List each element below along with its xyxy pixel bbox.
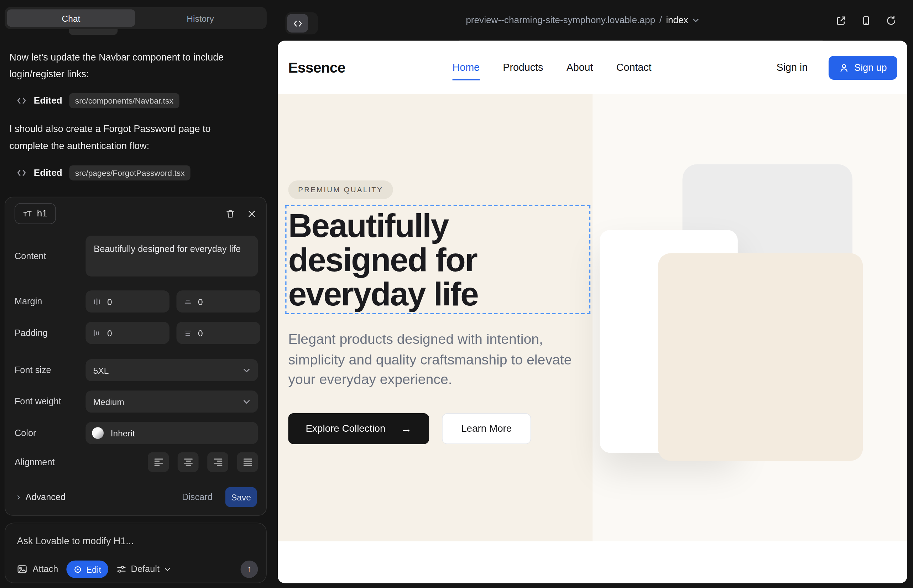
align-justify-button[interactable] <box>237 452 258 472</box>
align-left-button[interactable] <box>148 452 169 472</box>
site-logo[interactable]: Essence <box>288 40 345 94</box>
chevron-down-icon <box>243 398 250 405</box>
nav-link-home[interactable]: Home <box>453 61 480 74</box>
url-bar[interactable]: preview--charming-site-symphony.lovable.… <box>265 0 900 40</box>
padding-vertical-icon <box>183 328 192 338</box>
sign-up-label: Sign up <box>854 62 887 73</box>
app: Chat History Now let's update the Navbar… <box>0 0 913 588</box>
chevron-down-icon <box>243 366 250 374</box>
url-separator: / <box>659 15 662 26</box>
margin-vertical-icon <box>183 297 192 306</box>
align-right-button[interactable] <box>207 452 228 472</box>
tab-history[interactable]: History <box>136 9 265 27</box>
content-input[interactable]: Beautifully designed for everyday life <box>86 236 258 276</box>
font-size-value: 5XL <box>93 365 109 375</box>
chevron-down-icon <box>692 17 699 24</box>
delete-element-button[interactable] <box>225 208 235 218</box>
nav-link-about[interactable]: About <box>567 61 593 74</box>
font-weight-select[interactable]: Medium <box>86 391 258 412</box>
explore-collection-button[interactable]: Explore Collection → <box>288 413 429 444</box>
trash-icon <box>225 208 235 218</box>
arrow-right-icon: → <box>401 422 412 435</box>
assistant-message: I should also create a Forgot Password p… <box>9 120 242 154</box>
padding-row: Padding 0 0 <box>15 322 258 344</box>
default-label: Default <box>131 564 160 575</box>
edit-label: Edit <box>86 564 101 574</box>
padding-horizontal-icon <box>92 328 102 338</box>
advanced-label: Advanced <box>25 492 66 502</box>
refresh-button[interactable] <box>885 15 897 26</box>
image-icon <box>17 564 27 575</box>
align-center-icon <box>183 458 193 466</box>
close-icon <box>247 208 257 218</box>
color-swatch-icon <box>92 427 104 439</box>
font-weight-row: Font weight Medium <box>15 391 258 412</box>
margin-horizontal-input[interactable]: 0 <box>86 291 169 312</box>
mobile-phone-icon <box>861 15 872 26</box>
edited-label: Edited <box>34 95 62 106</box>
align-left-icon <box>154 458 163 466</box>
tab-chat[interactable]: Chat <box>7 9 135 27</box>
selected-element-tag[interactable]: тT h1 <box>15 203 56 224</box>
site-nav-actions: Sign in Sign up <box>777 40 897 94</box>
alignment-row: Alignment <box>15 452 258 472</box>
file-pill[interactable]: src/pages/ForgotPassword.tsx <box>69 165 191 181</box>
attach-label: Attach <box>33 564 58 575</box>
margin-horizontal-icon <box>92 297 102 306</box>
padding-vertical-value: 0 <box>198 328 203 338</box>
composer-placeholder[interactable]: Ask Lovable to modify H1... <box>17 535 134 546</box>
browser-preview: preview--charming-site-symphony.lovable.… <box>278 0 913 588</box>
editor-header: тT h1 <box>15 203 257 224</box>
chevron-down-icon <box>164 566 170 572</box>
file-pill[interactable]: src/components/Navbar.tsx <box>69 93 179 108</box>
content-label: Content <box>15 251 86 261</box>
external-link-icon <box>836 15 847 26</box>
font-size-label: Font size <box>15 365 86 375</box>
padding-horizontal-input[interactable]: 0 <box>86 322 169 344</box>
open-in-new-tab-button[interactable] <box>836 15 847 26</box>
editor-footer: › Advanced Discard Save <box>15 487 257 507</box>
element-editor-panel: тT h1 Content Beautifully designed for e… <box>5 197 267 516</box>
hero-description: Elegant products designed with intention… <box>288 330 582 390</box>
sign-in-link[interactable]: Sign in <box>777 61 808 74</box>
nav-link-contact[interactable]: Contact <box>617 61 652 74</box>
device-preview-button[interactable] <box>861 15 872 26</box>
attach-button[interactable]: Attach <box>17 564 58 575</box>
color-label: Color <box>15 428 86 438</box>
quality-badge: PREMIUM QUALITY <box>288 181 393 199</box>
learn-more-button[interactable]: Learn More <box>442 413 531 444</box>
advanced-toggle[interactable]: › Advanced <box>17 491 66 503</box>
margin-vertical-value: 0 <box>198 297 203 307</box>
send-button[interactable]: ↑ <box>240 561 258 578</box>
padding-vertical-input[interactable]: 0 <box>176 322 260 344</box>
nav-link-products[interactable]: Products <box>503 61 543 74</box>
close-editor-button[interactable] <box>247 208 257 218</box>
chat-history-tabs: Chat History <box>5 7 267 29</box>
hero-cta-row: Explore Collection → Learn More <box>288 413 531 444</box>
sign-up-button[interactable]: Sign up <box>829 55 897 79</box>
padding-label: Padding <box>15 328 86 338</box>
edit-mode-button[interactable]: Edit <box>66 561 108 578</box>
user-icon <box>839 63 849 73</box>
padding-horizontal-value: 0 <box>107 328 112 338</box>
margin-vertical-input[interactable]: 0 <box>176 291 260 312</box>
site-navbar: Essence Home Products About Contact Sign… <box>278 40 907 94</box>
align-center-button[interactable] <box>178 452 199 472</box>
type-icon: тT <box>23 209 32 218</box>
save-button[interactable]: Save <box>225 487 257 507</box>
decor-shape-cream <box>658 253 863 461</box>
discard-button[interactable]: Discard <box>182 492 212 502</box>
chat-composer[interactable]: Ask Lovable to modify H1... Attach Edit … <box>5 522 267 583</box>
margin-label: Margin <box>15 296 86 307</box>
hero-headline[interactable]: Beautifully designed for everyday life <box>288 208 585 311</box>
color-select[interactable]: Inherit <box>86 422 258 444</box>
hero-section: PREMIUM QUALITY Beautifully designed for… <box>278 94 907 541</box>
content-row: Content Beautifully designed for everyda… <box>15 236 258 276</box>
font-size-select[interactable]: 5XL <box>86 359 258 381</box>
code-icon <box>16 168 27 178</box>
code-icon <box>16 95 27 106</box>
refresh-icon <box>885 15 897 26</box>
model-default-button[interactable]: Default <box>117 564 170 575</box>
chat-sidebar: Chat History Now let's update the Navbar… <box>0 0 278 588</box>
site-nav-links: Home Products About Contact <box>453 40 652 94</box>
